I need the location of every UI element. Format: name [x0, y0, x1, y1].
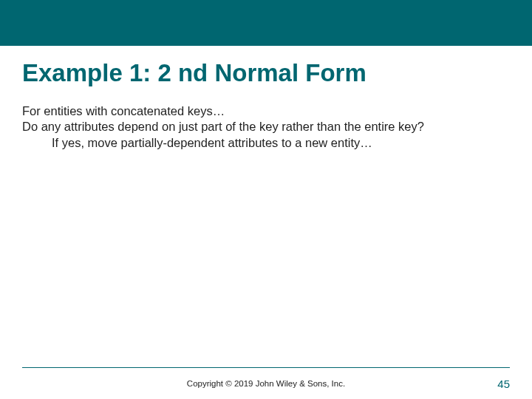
body-line-1: For entities with concatenated keys… [22, 103, 510, 119]
slide-content: Example 1: 2 nd Normal Form For entities… [0, 46, 532, 151]
slide-title: Example 1: 2 nd Normal Form [22, 59, 510, 87]
body-line-2: Do any attributes depend on just part of… [22, 119, 510, 134]
footer: Copyright © 2019 John Wiley & Sons, Inc.… [0, 368, 532, 399]
body-text: For entities with concatenated keys… Do … [22, 103, 510, 151]
copyright-text: Copyright © 2019 John Wiley & Sons, Inc. [187, 379, 345, 388]
body-line-3: If yes, move partially-dependent attribu… [22, 135, 510, 151]
header-bar [0, 0, 532, 46]
page-number: 45 [497, 378, 510, 390]
